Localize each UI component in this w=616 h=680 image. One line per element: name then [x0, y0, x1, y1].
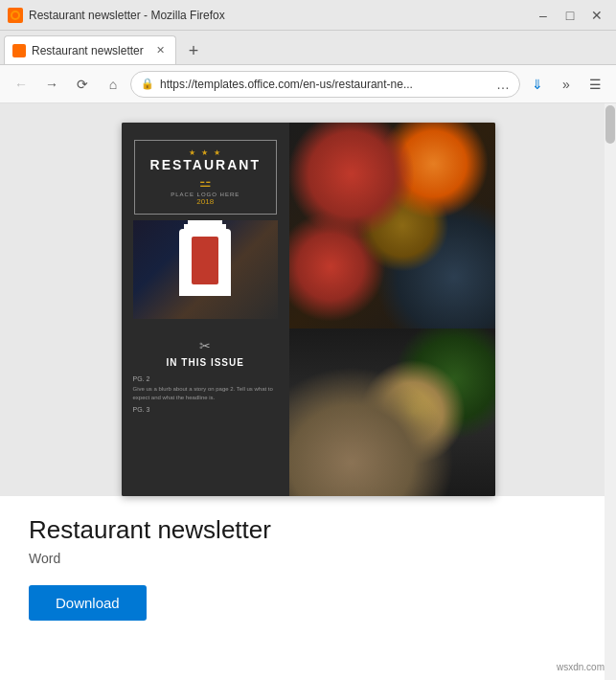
chef-image: [133, 220, 279, 319]
tab-label: Restaurant newsletter: [32, 44, 147, 57]
pg3-label: PG. 3: [133, 406, 150, 413]
window-controls[interactable]: – □ ✕: [532, 6, 608, 25]
firefox-icon: [8, 8, 23, 23]
tab-bar: Restaurant newsletter ✕ +: [0, 31, 616, 65]
oil-bottle-background: [289, 329, 495, 497]
tab-close-button[interactable]: ✕: [152, 43, 168, 58]
new-tab-button[interactable]: +: [180, 37, 207, 64]
page-title: Restaurant newsletter: [29, 515, 587, 545]
doc-bottom-left: ✂ IN THIS ISSUE PG. 2 Give us a blurb ab…: [122, 329, 290, 497]
back-button[interactable]: ←: [8, 71, 34, 98]
doc-top-section: ★ ★ ★ RESTAURANT ⚍ PLACE LOGO HERE 2018: [122, 123, 495, 329]
active-tab[interactable]: Restaurant newsletter ✕: [4, 35, 176, 64]
scrollbar[interactable]: [605, 103, 616, 680]
minimize-button[interactable]: –: [532, 6, 555, 25]
logo-box: ★ ★ ★ RESTAURANT ⚍ PLACE LOGO HERE 2018: [134, 140, 277, 215]
doc-bottom-right: [289, 329, 495, 497]
more-options-icon: …: [496, 77, 510, 92]
fork-icon: ⚍: [150, 174, 261, 190]
home-button[interactable]: ⌂: [100, 71, 126, 98]
doc-bottom-section: ✂ IN THIS ISSUE PG. 2 Give us a blurb ab…: [122, 329, 495, 497]
lock-icon: 🔒: [141, 78, 154, 90]
doc-left-column: ★ ★ ★ RESTAURANT ⚍ PLACE LOGO HERE 2018: [122, 123, 290, 329]
refresh-button[interactable]: ⟳: [69, 71, 96, 98]
page-info-section: Restaurant newsletter Word Download: [0, 496, 616, 680]
tab-favicon: [12, 44, 26, 57]
stars-decoration: ★ ★ ★: [150, 148, 261, 157]
scrollbar-thumb[interactable]: [605, 105, 615, 144]
restaurant-label: RESTAURANT: [150, 157, 261, 172]
scissors-icon: ✂: [199, 338, 211, 353]
close-button[interactable]: ✕: [585, 6, 608, 25]
app-name: Word: [29, 551, 587, 566]
year-label: 2018: [150, 197, 261, 206]
issue-heading: IN THIS ISSUE: [167, 357, 244, 368]
downloads-button[interactable]: ⇓: [524, 71, 551, 98]
title-bar: Restaurant newsletter - Mozilla Firefox …: [0, 0, 616, 31]
svg-point-1: [12, 12, 18, 18]
document-preview: ★ ★ ★ RESTAURANT ⚍ PLACE LOGO HERE 2018: [122, 123, 495, 496]
browser-content: ★ ★ ★ RESTAURANT ⚍ PLACE LOGO HERE 2018: [0, 103, 616, 680]
download-button[interactable]: Download: [29, 585, 147, 621]
address-bar[interactable]: 🔒 https://templates.office.com/en-us/res…: [130, 71, 520, 98]
chef-figure: [162, 220, 248, 319]
url-text: https://templates.office.com/en-us/resta…: [160, 78, 491, 91]
pg2-text: Give us a blurb about a story on page 2.…: [133, 385, 279, 402]
watermark: wsxdn.com: [557, 662, 605, 672]
maximize-button[interactable]: □: [559, 6, 582, 25]
spices-background: [289, 123, 495, 329]
forward-button[interactable]: →: [38, 71, 65, 98]
nav-bar: ← → ⟳ ⌂ 🔒 https://templates.office.com/e…: [0, 65, 616, 103]
toolbar-buttons: ⇓ » ☰: [524, 71, 608, 98]
doc-right-spices: [289, 123, 495, 329]
chef-apron: [192, 237, 218, 284]
chef-body: [179, 229, 231, 296]
pg2-label: PG. 2: [133, 375, 150, 382]
menu-button[interactable]: ☰: [582, 71, 608, 98]
more-tools-button[interactable]: »: [553, 71, 580, 98]
window-title: Restaurant newsletter - Mozilla Firefox: [29, 9, 532, 22]
